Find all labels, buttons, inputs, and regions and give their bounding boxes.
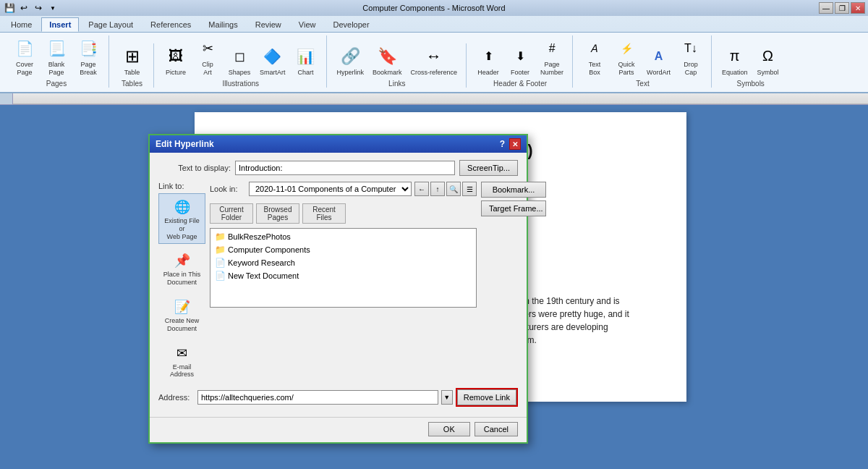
file-list[interactable]: 📁 BulkReszePhotos 📁 Computer Components … xyxy=(210,228,477,308)
restore-btn[interactable]: ❐ xyxy=(835,2,849,14)
center-section: Look in: 2020-11-01 Components of a Comp… xyxy=(210,182,477,382)
dialog-body: Text to display: ScreenTip... Link to: 🌐… xyxy=(150,153,527,414)
save-qat-btn[interactable]: 💾 xyxy=(3,1,16,14)
ok-btn[interactable]: OK xyxy=(428,422,470,436)
tab-review[interactable]: Review xyxy=(247,17,289,32)
links-group-label: Links xyxy=(388,80,405,88)
clip-art-btn[interactable]: ✂ ClipArt xyxy=(193,35,222,78)
target-frame-btn[interactable]: Target Frame... xyxy=(481,200,546,216)
tab-insert[interactable]: Insert xyxy=(41,17,79,32)
header-icon: ⬆ xyxy=(477,45,500,68)
table-icon: ⊞ xyxy=(121,45,144,68)
sub-nav-row: CurrentFolder BrowsedPages Recent Files xyxy=(210,203,477,224)
look-in-back-btn[interactable]: ← xyxy=(414,182,429,196)
page-break-btn[interactable]: 📑 PageBreak xyxy=(74,35,103,78)
recent-files-btn[interactable]: Recent Files xyxy=(302,203,346,224)
dialog-titlebar: Edit Hyperlink ? ✕ xyxy=(150,135,527,153)
bookmark-dialog-btn[interactable]: Bookmark... xyxy=(481,182,546,198)
ribbon-group-pages: 📄 CoverPage 📃 BlankPage 📑 PageBreak Page… xyxy=(4,35,109,88)
look-in-menu-btn[interactable]: ☰ xyxy=(462,182,477,196)
illustrations-group-label: Illustrations xyxy=(222,80,259,88)
dropcap-btn[interactable]: T↓ DropCap xyxy=(676,35,705,78)
file-item-keyword-research[interactable]: 📄 Keyword Research xyxy=(212,256,475,269)
text-to-display-label: Text to display: xyxy=(158,164,231,172)
browsed-pages-btn[interactable]: BrowsedPages xyxy=(256,203,299,224)
tab-mailings[interactable]: Mailings xyxy=(200,17,245,32)
dialog-help-btn[interactable]: ? xyxy=(500,139,505,149)
link-to-label: Link to: xyxy=(158,182,205,190)
hyperlink-icon: 🔗 xyxy=(339,45,362,68)
text-group-label: Text xyxy=(636,80,649,88)
chart-btn[interactable]: 📊 Chart xyxy=(292,43,320,78)
quick-parts-btn[interactable]: ⚡ QuickParts xyxy=(612,35,641,78)
address-label: Address: xyxy=(158,393,195,402)
text-box-btn[interactable]: 𝘈 TextBox xyxy=(580,35,609,78)
symbol-btn[interactable]: Ω Symbol xyxy=(753,43,782,78)
file-item-computer-components[interactable]: 📁 Computer Components xyxy=(212,243,475,256)
screentip-btn[interactable]: ScreenTip... xyxy=(459,160,518,176)
text-box-icon: 𝘈 xyxy=(583,37,606,60)
wordart-btn[interactable]: A WordArt xyxy=(644,43,673,78)
blank-page-btn[interactable]: 📃 BlankPage xyxy=(42,35,71,78)
nav-existing-file[interactable]: 🌐 Existing File orWeb Page xyxy=(158,193,205,244)
cross-reference-icon: ↔ xyxy=(422,45,446,68)
file-icon-new-text: 📄 xyxy=(215,271,225,281)
redo-qat-btn[interactable]: ↪ xyxy=(32,1,45,14)
dialog-main-section: Link to: 🌐 Existing File orWeb Page 📌 Pl… xyxy=(158,182,518,382)
link-to-nav: 🌐 Existing File orWeb Page 📌 Place in Th… xyxy=(158,193,205,382)
cancel-btn[interactable]: Cancel xyxy=(475,422,518,436)
tab-references[interactable]: References xyxy=(142,17,199,32)
nav-create-new[interactable]: 📝 Create NewDocument xyxy=(158,293,205,337)
symbol-icon: Ω xyxy=(756,45,779,68)
tab-home[interactable]: Home xyxy=(3,17,40,32)
ribbon-tabs: Home Insert Page Layout References Maili… xyxy=(0,16,868,32)
look-in-up-btn[interactable]: ↑ xyxy=(430,182,445,196)
header-footer-group-label: Header & Footer xyxy=(493,80,547,88)
tables-group-label: Tables xyxy=(122,80,142,88)
footer-icon: ⬇ xyxy=(509,45,532,68)
folder-icon-bulkresizephotos: 📁 xyxy=(215,232,225,242)
look-in-row: Look in: 2020-11-01 Components of a Comp… xyxy=(210,182,477,196)
right-buttons-section: Bookmark... Target Frame... xyxy=(481,182,546,382)
clip-art-icon: ✂ xyxy=(196,37,219,60)
file-item-bulkresizephotos[interactable]: 📁 BulkReszePhotos xyxy=(212,230,475,243)
nav-place-in-doc[interactable]: 📌 Place in ThisDocument xyxy=(158,247,205,290)
table-btn[interactable]: ⊞ Table xyxy=(118,43,147,78)
tab-page-layout[interactable]: Page Layout xyxy=(80,17,141,32)
ribbon-group-tables: ⊞ Table Tables xyxy=(111,43,154,88)
header-btn[interactable]: ⬆ Header xyxy=(474,43,503,78)
shapes-btn[interactable]: ◻ Shapes xyxy=(225,43,254,78)
qat-dropdown-btn[interactable]: ▼ xyxy=(46,1,59,14)
horizontal-ruler: // ruler marks rendered via CSS xyxy=(13,93,868,104)
tab-view[interactable]: View xyxy=(291,17,324,32)
cross-reference-btn[interactable]: ↔ Cross-reference xyxy=(408,43,461,78)
cover-page-btn[interactable]: 📄 CoverPage xyxy=(10,35,39,78)
existing-file-icon: 🌐 xyxy=(172,197,192,217)
footer-btn[interactable]: ⬇ Footer xyxy=(506,43,535,78)
address-dropdown-btn[interactable]: ▼ xyxy=(441,390,453,405)
look-in-select[interactable]: 2020-11-01 Components of a Computer xyxy=(249,182,412,196)
tab-developer[interactable]: Developer xyxy=(325,17,377,32)
dropcap-icon: T↓ xyxy=(679,37,702,60)
look-in-search-btn[interactable]: 🔍 xyxy=(446,182,461,196)
equation-btn[interactable]: π Equation xyxy=(719,43,751,78)
picture-btn[interactable]: 🖼 Picture xyxy=(161,43,190,78)
address-input[interactable] xyxy=(197,390,438,405)
ribbon-group-links: 🔗 Hyperlink 🔖 Bookmark ↔ Cross-reference… xyxy=(328,43,467,88)
nav-email[interactable]: ✉ E-mail Address xyxy=(158,339,205,383)
bookmark-btn[interactable]: 🔖 Bookmark xyxy=(370,43,405,78)
minimize-btn[interactable]: — xyxy=(819,2,833,14)
file-item-new-text[interactable]: 📄 New Text Document xyxy=(212,269,475,282)
remove-link-btn[interactable]: Remove Link xyxy=(457,389,516,405)
smartart-btn[interactable]: 🔷 SmartArt xyxy=(257,43,289,78)
blank-page-icon: 📃 xyxy=(45,37,68,60)
current-folder-btn[interactable]: CurrentFolder xyxy=(210,203,253,224)
edit-hyperlink-dialog[interactable]: Edit Hyperlink ? ✕ Text to display: Scre… xyxy=(148,134,528,444)
text-to-display-input[interactable] xyxy=(235,161,455,175)
hyperlink-btn[interactable]: 🔗 Hyperlink xyxy=(334,43,367,78)
shapes-icon: ◻ xyxy=(228,45,251,68)
undo-qat-btn[interactable]: ↩ xyxy=(17,1,30,14)
close-btn[interactable]: ✕ xyxy=(851,2,865,14)
dialog-close-btn[interactable]: ✕ xyxy=(509,138,521,150)
page-number-btn[interactable]: # PageNumber xyxy=(537,35,566,78)
